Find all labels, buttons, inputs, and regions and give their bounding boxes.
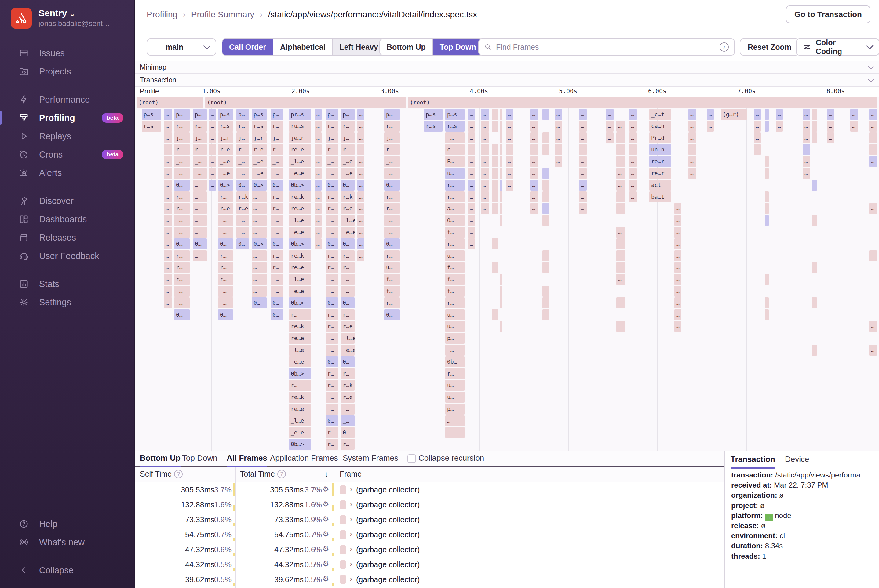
- flame-frame[interactable]: p…s: [252, 109, 267, 120]
- flame-frame[interactable]: …: [164, 121, 172, 132]
- flame-frame[interactable]: [812, 262, 817, 273]
- gear-icon[interactable]: ⚙: [323, 544, 329, 553]
- flame-frame[interactable]: …: [675, 262, 681, 273]
- flame-frame[interactable]: u…: [445, 168, 464, 179]
- flame-frame[interactable]: …: [358, 191, 364, 202]
- flame-frame[interactable]: 0…: [218, 238, 233, 249]
- flame-frame[interactable]: O…: [445, 215, 464, 226]
- flame-graph[interactable]: (root)(root)(root)p…sr…s……………………………………………: [135, 97, 879, 451]
- flame-frame[interactable]: …: [579, 180, 587, 190]
- flame-frame[interactable]: p…: [384, 109, 400, 120]
- flame-frame[interactable]: [542, 203, 550, 214]
- flame-frame[interactable]: …: [506, 109, 514, 120]
- gear-icon[interactable]: ⚙: [323, 500, 329, 508]
- flame-frame[interactable]: …: [209, 109, 216, 120]
- flame-frame[interactable]: …: [358, 144, 364, 155]
- flame-frame[interactable]: …: [850, 109, 858, 120]
- flame-frame[interactable]: …: [468, 168, 475, 179]
- flame-frame[interactable]: …: [315, 121, 322, 132]
- tab-bottom-up[interactable]: Bottom Up: [140, 451, 180, 468]
- sort-desc-icon[interactable]: ↓: [325, 470, 328, 479]
- flame-frame[interactable]: [542, 180, 550, 190]
- flame-frame[interactable]: …: [675, 286, 681, 297]
- flame-frame[interactable]: r…: [218, 191, 233, 202]
- flame-frame[interactable]: …: [315, 191, 322, 202]
- sidebar-item-releases[interactable]: Releases: [0, 228, 134, 247]
- flame-frame[interactable]: r…: [174, 144, 190, 155]
- flame-frame[interactable]: …: [164, 215, 172, 226]
- flame-frame[interactable]: [765, 168, 769, 179]
- flame-frame[interactable]: r…: [270, 250, 283, 261]
- flame-frame[interactable]: p…: [445, 404, 464, 415]
- flame-frame[interactable]: …: [802, 168, 810, 179]
- flame-frame[interactable]: …: [675, 309, 681, 320]
- flame-frame[interactable]: …: [506, 132, 514, 144]
- flame-frame[interactable]: …: [164, 156, 172, 167]
- flame-frame[interactable]: p…s: [142, 109, 161, 120]
- flame-frame[interactable]: _…: [341, 286, 355, 297]
- flame-frame[interactable]: re…k: [289, 321, 311, 332]
- flame-frame[interactable]: _…: [270, 168, 283, 179]
- flame-frame[interactable]: …: [802, 144, 810, 155]
- flame-frame[interactable]: p…: [445, 333, 464, 344]
- sort-alphabetical[interactable]: Alphabetical: [273, 39, 333, 55]
- flame-frame[interactable]: r…: [384, 203, 400, 214]
- flame-frame[interactable]: …: [707, 121, 714, 132]
- flame-frame[interactable]: _e…e: [289, 356, 311, 367]
- flame-frame[interactable]: …: [675, 250, 681, 261]
- flame-frame[interactable]: 0…: [341, 297, 355, 308]
- flame-frame[interactable]: …: [802, 109, 810, 120]
- flame-frame[interactable]: …: [252, 227, 267, 238]
- frame-name[interactable]: (garbage collector): [356, 530, 420, 539]
- flame-frame[interactable]: …: [358, 121, 364, 132]
- flame-frame[interactable]: p…: [270, 109, 283, 120]
- flame-frame[interactable]: …: [579, 156, 587, 167]
- flame-frame[interactable]: Pr…d: [649, 132, 671, 144]
- flame-frame[interactable]: [869, 132, 877, 144]
- flame-frame[interactable]: r…: [326, 309, 338, 320]
- flame-frame[interactable]: re…r: [649, 156, 671, 167]
- flame-frame[interactable]: r…e: [341, 321, 355, 332]
- flame-frame[interactable]: …: [688, 121, 696, 132]
- flame-frame[interactable]: r…: [341, 439, 355, 450]
- gear-icon[interactable]: ⚙: [323, 485, 329, 494]
- sidebar-item-stats[interactable]: Stats: [0, 275, 134, 293]
- flame-frame[interactable]: …: [252, 250, 267, 261]
- flame-frame[interactable]: [500, 121, 502, 132]
- flame-frame[interactable]: …: [209, 132, 216, 144]
- flame-frame[interactable]: _…: [174, 168, 190, 179]
- flame-frame[interactable]: …: [629, 168, 637, 179]
- flame-frame[interactable]: …: [506, 144, 514, 155]
- frame-name[interactable]: (garbage collector): [356, 500, 420, 509]
- flame-frame[interactable]: …: [445, 415, 464, 426]
- flame-frame[interactable]: [765, 156, 769, 167]
- frame-name[interactable]: (garbage collector): [356, 485, 420, 494]
- go-to-transaction-button[interactable]: Go to Transaction: [786, 6, 870, 23]
- flame-frame[interactable]: …: [315, 238, 322, 249]
- flame-frame[interactable]: …: [164, 274, 172, 285]
- find-frames-search[interactable]: Find Frames i: [478, 39, 735, 56]
- tab-system-frames[interactable]: System Frames: [343, 451, 398, 466]
- flame-frame[interactable]: [869, 250, 877, 261]
- table-row[interactable]: 39.62ms0.5%39.62ms0.5%⚙›(garbage collect…: [135, 572, 724, 587]
- flame-frame[interactable]: 0…: [326, 180, 338, 190]
- flame-frame[interactable]: …: [315, 180, 322, 190]
- flame-frame[interactable]: 0b…: [445, 356, 464, 367]
- expand-chevron-icon[interactable]: ›: [350, 545, 352, 553]
- flame-frame[interactable]: _…: [326, 156, 338, 167]
- flame-frame[interactable]: …: [468, 156, 475, 167]
- flame-frame[interactable]: …: [629, 109, 637, 120]
- flame-frame[interactable]: …: [164, 168, 172, 179]
- flame-frame[interactable]: …: [506, 156, 514, 167]
- flame-frame[interactable]: _…: [326, 168, 338, 179]
- flame-frame[interactable]: _…: [384, 215, 400, 226]
- flame-frame[interactable]: f…: [445, 286, 464, 297]
- flame-frame[interactable]: …: [164, 297, 172, 308]
- flame-frame[interactable]: _…: [174, 297, 190, 308]
- sidebar-item-settings[interactable]: Settings: [0, 293, 134, 311]
- flame-frame[interactable]: _…e: [218, 156, 233, 167]
- flame-frame[interactable]: …: [579, 168, 587, 179]
- flame-root-frame[interactable]: (root): [408, 97, 877, 108]
- flame-frame[interactable]: …: [358, 180, 364, 190]
- flame-frame[interactable]: …: [468, 144, 475, 155]
